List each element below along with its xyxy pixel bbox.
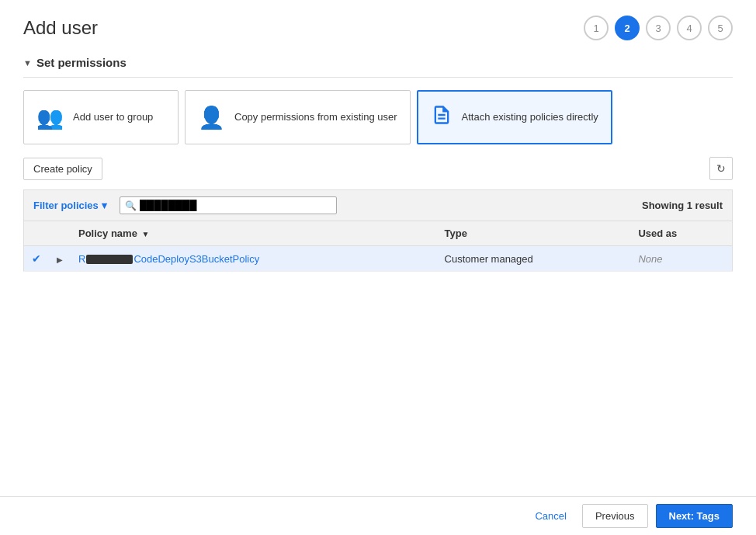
filter-policies-button[interactable]: Filter policies ▾ bbox=[33, 200, 107, 211]
policy-name-suffix: CodeDeployS3BucketPolicy bbox=[134, 253, 259, 265]
page-header: Add user 1 2 3 4 5 bbox=[23, 16, 733, 40]
filter-chevron-icon: ▾ bbox=[102, 200, 107, 211]
refresh-button[interactable]: ↻ bbox=[709, 157, 733, 180]
col-policy-name[interactable]: Policy name ▼ bbox=[71, 221, 437, 246]
user-icon: 👤 bbox=[198, 105, 225, 130]
search-icon: 🔍 bbox=[125, 200, 137, 211]
refresh-icon: ↻ bbox=[716, 162, 726, 175]
search-box: 🔍 bbox=[120, 196, 337, 214]
policy-table: Policy name ▼ Type Used as ✔ ▶ RCodeDepl… bbox=[23, 221, 733, 272]
step-2[interactable]: 2 bbox=[615, 16, 640, 40]
previous-button[interactable]: Previous bbox=[582, 504, 648, 528]
copy-permissions-label: Copy permissions from existing user bbox=[234, 110, 397, 124]
col-type: Type bbox=[437, 221, 631, 246]
group-icon: 👥 bbox=[36, 105, 64, 130]
section-title: Set permissions bbox=[36, 56, 127, 69]
attach-policies-option[interactable]: Attach existing policies directly bbox=[417, 90, 612, 144]
step-3[interactable]: 3 bbox=[646, 16, 671, 40]
row-expand-cell[interactable]: ▶ bbox=[49, 246, 71, 272]
policy-name-redacted bbox=[86, 255, 133, 264]
col-expand bbox=[49, 221, 71, 246]
search-input[interactable] bbox=[140, 200, 310, 211]
table-row: ✔ ▶ RCodeDeployS3BucketPolicy Customer m… bbox=[24, 246, 733, 272]
copy-permissions-option[interactable]: 👤 Copy permissions from existing user bbox=[185, 90, 411, 144]
expand-arrow-icon: ▶ bbox=[57, 255, 63, 264]
permission-options: 👥 Add user to group 👤 Copy permissions f… bbox=[23, 90, 733, 144]
add-to-group-option[interactable]: 👥 Add user to group bbox=[23, 90, 179, 144]
filter-row: Filter policies ▾ 🔍 Showing 1 result bbox=[23, 189, 733, 221]
row-checkbox-cell[interactable]: ✔ bbox=[24, 246, 50, 272]
check-icon: ✔ bbox=[32, 252, 41, 265]
attach-policies-label: Attach existing policies directly bbox=[462, 110, 598, 124]
showing-result: Showing 1 result bbox=[642, 200, 723, 211]
filter-policies-label: Filter policies bbox=[33, 200, 99, 211]
document-icon bbox=[431, 104, 453, 131]
collapse-arrow[interactable]: ▼ bbox=[23, 58, 32, 68]
cancel-button[interactable]: Cancel bbox=[527, 505, 574, 526]
used-as-value: None bbox=[638, 253, 662, 265]
footer: Cancel Previous Next: Tags bbox=[0, 496, 756, 535]
step-1[interactable]: 1 bbox=[584, 16, 609, 40]
row-policy-name-cell: RCodeDeployS3BucketPolicy bbox=[71, 246, 437, 272]
table-header-row: Policy name ▼ Type Used as bbox=[24, 221, 733, 246]
policy-name-prefix: R bbox=[78, 253, 85, 265]
add-to-group-label: Add user to group bbox=[73, 110, 153, 124]
step-5[interactable]: 5 bbox=[708, 16, 733, 40]
next-button[interactable]: Next: Tags bbox=[656, 504, 733, 528]
section-header: ▼ Set permissions bbox=[23, 56, 733, 78]
step-indicators: 1 2 3 4 5 bbox=[584, 16, 733, 40]
col-checkbox bbox=[24, 221, 50, 246]
sort-arrow-icon: ▼ bbox=[142, 230, 150, 238]
policy-name-link[interactable]: RCodeDeployS3BucketPolicy bbox=[78, 253, 259, 265]
toolbar-row: Create policy ↻ bbox=[23, 157, 733, 180]
create-policy-button[interactable]: Create policy bbox=[23, 158, 102, 180]
page-title: Add user bbox=[23, 17, 98, 39]
step-4[interactable]: 4 bbox=[677, 16, 702, 40]
row-used-as-cell: None bbox=[630, 246, 732, 272]
row-type-cell: Customer managed bbox=[437, 246, 631, 272]
col-used-as: Used as bbox=[630, 221, 732, 246]
